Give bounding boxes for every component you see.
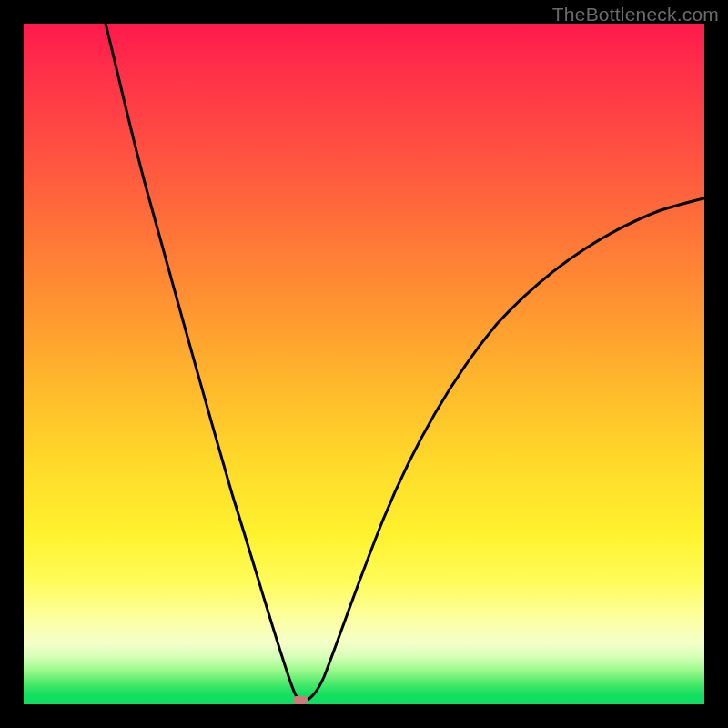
watermark-text: TheBottleneck.com [552,4,719,25]
bottleneck-curve [106,24,704,701]
plot-area [24,24,704,704]
chart-frame: TheBottleneck.com [0,0,728,728]
curve-svg [24,24,704,704]
bottleneck-marker [293,696,308,704]
